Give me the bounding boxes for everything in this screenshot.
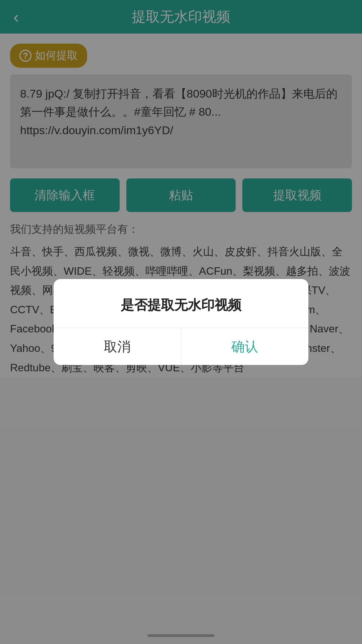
dialog-title: 是否提取无水印视频 (54, 279, 308, 328)
confirm-button[interactable]: 确认 (181, 328, 309, 365)
dialog-overlay: 是否提取无水印视频 取消 确认 (0, 0, 362, 644)
cancel-button[interactable]: 取消 (54, 328, 181, 365)
dialog-buttons: 取消 确认 (54, 328, 308, 365)
confirm-dialog: 是否提取无水印视频 取消 确认 (54, 279, 308, 365)
